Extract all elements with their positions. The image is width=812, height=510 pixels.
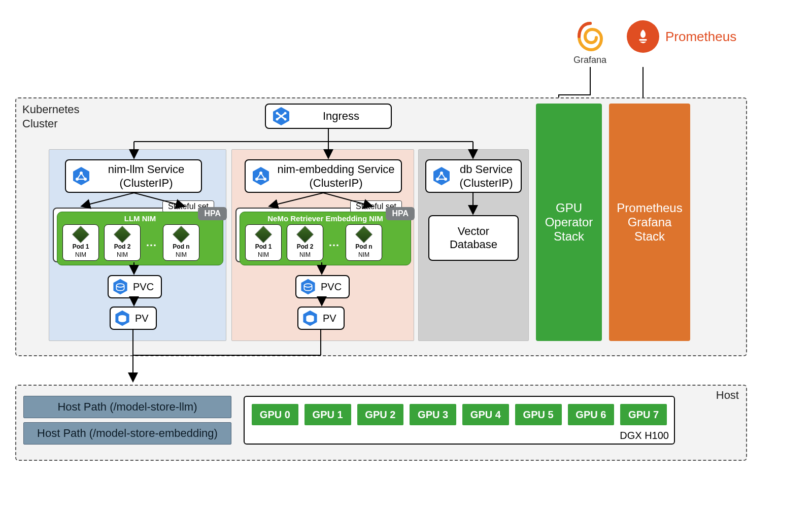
- svg-line-35: [134, 193, 184, 206]
- prometheus-label: Prometheus: [665, 29, 736, 45]
- prometheus-icon: [627, 20, 659, 53]
- pv-to-host-arrows: [15, 325, 370, 391]
- gpu-chip: GPU 6: [568, 404, 615, 425]
- gpu-chip: GPU 5: [515, 404, 562, 425]
- host-path-embedding: Host Path (/model-store-embedding): [23, 422, 231, 445]
- host-container: Host Host Path (/model-store-llm) Host P…: [15, 385, 747, 461]
- grafana-icon: [574, 20, 606, 53]
- grafana-block: Grafana: [573, 20, 606, 65]
- svg-line-36: [270, 193, 323, 206]
- dgx-box: DGX H100 GPU 0 GPU 1 GPU 2 GPU 3 GPU 4 G…: [244, 396, 675, 445]
- gpu-chip: GPU 2: [357, 404, 404, 425]
- gpu-chip: GPU 3: [410, 404, 456, 425]
- host-title: Host: [716, 389, 739, 402]
- svg-line-34: [82, 193, 134, 206]
- gpu-chip: GPU 1: [304, 404, 351, 425]
- grafana-label: Grafana: [573, 55, 606, 65]
- cluster-arrows: [16, 98, 748, 357]
- gpu-chip: GPU 7: [620, 404, 667, 425]
- gpu-chip: GPU 0: [252, 404, 298, 425]
- kubernetes-cluster-container: Kubernetes Cluster Ingress GPU Operator …: [15, 97, 747, 356]
- host-path-llm: Host Path (/model-store-llm): [23, 396, 231, 418]
- gpu-chip: GPU 4: [462, 404, 509, 425]
- svg-line-37: [323, 193, 371, 206]
- svg-rect-0: [639, 39, 647, 41]
- dgx-label: DGX H100: [620, 430, 669, 441]
- gpu-row: GPU 0 GPU 1 GPU 2 GPU 3 GPU 4 GPU 5 GPU …: [245, 397, 674, 432]
- prometheus-block: Prometheus: [627, 20, 736, 53]
